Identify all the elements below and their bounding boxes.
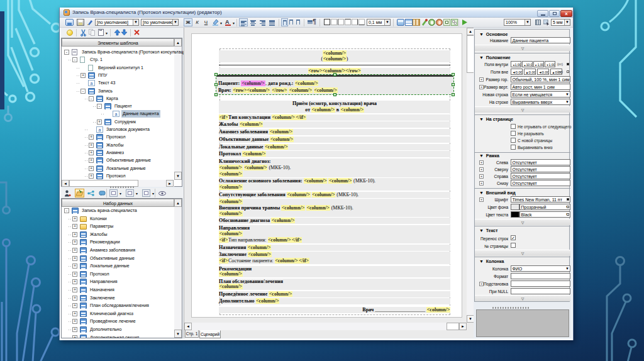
svg-text:A: A: [225, 19, 230, 25]
